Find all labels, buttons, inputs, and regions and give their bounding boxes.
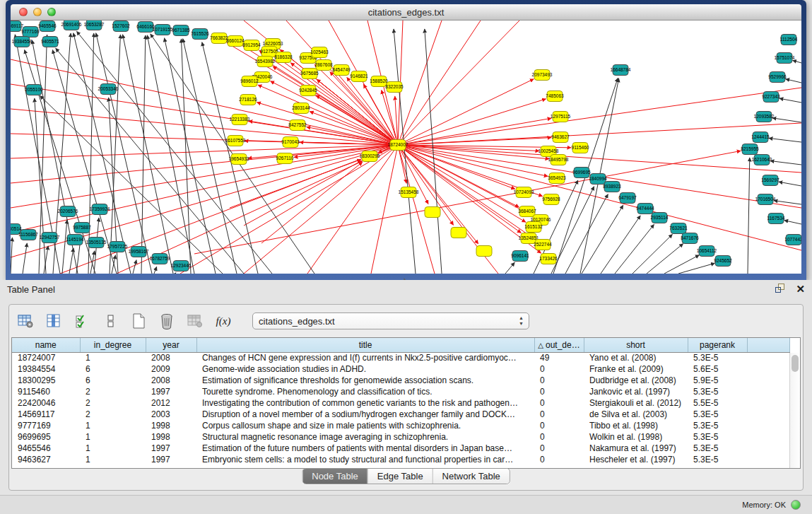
close-window-icon[interactable] bbox=[19, 8, 28, 16]
citation-edge-black[interactable] bbox=[133, 260, 136, 274]
graph-node[interactable]: 9777169 bbox=[21, 27, 40, 37]
table-row[interactable]: 1938455462009Genome-wide association stu… bbox=[12, 363, 789, 375]
close-panel-icon[interactable]: ✕ bbox=[796, 284, 805, 294]
graph-node[interactable]: 9146821 bbox=[350, 71, 368, 82]
table-cell[interactable]: 9115460 bbox=[12, 386, 80, 397]
table-cell[interactable]: Investigating the contribution of common… bbox=[196, 397, 534, 409]
select-columns-icon[interactable] bbox=[73, 312, 91, 330]
graph-node[interactable]: 19654933 bbox=[229, 154, 249, 165]
graph-node[interactable]: 2718126 bbox=[239, 95, 257, 105]
citation-edge-red[interactable] bbox=[194, 151, 741, 254]
graph-node[interactable]: 10654112 bbox=[697, 246, 717, 257]
zoom-window-icon[interactable] bbox=[47, 8, 56, 16]
table-cell[interactable]: 49 bbox=[534, 352, 584, 363]
graph-node[interactable]: 9170043 bbox=[281, 137, 300, 148]
table-cell[interactable]: Corpus callosum shape and size in male p… bbox=[196, 420, 534, 431]
citation-edge-red[interactable] bbox=[180, 145, 398, 274]
table-cell[interactable]: Franke et al. (2009) bbox=[584, 363, 688, 375]
graph-node[interactable]: 1244415 bbox=[751, 132, 770, 143]
table-row[interactable]: 2242004622012Investigating the contribut… bbox=[12, 397, 789, 409]
graph-node[interactable]: 18495798 bbox=[548, 155, 569, 165]
graph-node[interactable]: 2055100 bbox=[25, 85, 43, 95]
graph-node[interactable]: 2522744 bbox=[534, 240, 552, 250]
citation-edge-black[interactable] bbox=[770, 160, 801, 165]
table-row[interactable]: 946362711997Embryonic stem cells: a mode… bbox=[12, 454, 789, 465]
column-header-in_degree[interactable]: in_degree bbox=[80, 338, 146, 352]
graph-node[interactable]: 20973493 bbox=[532, 70, 553, 81]
table-cell[interactable]: 9465546 bbox=[12, 443, 80, 454]
citation-edge-black[interactable] bbox=[772, 118, 801, 122]
table-cell[interactable]: 1 bbox=[80, 454, 146, 465]
citation-edge-black[interactable] bbox=[154, 267, 157, 274]
citation-edge-red[interactable] bbox=[316, 95, 398, 145]
table-cell[interactable]: 1997 bbox=[146, 386, 196, 397]
table-cell[interactable]: 2008 bbox=[146, 375, 196, 386]
table-cell[interactable]: Yano et al. (2008) bbox=[584, 352, 688, 363]
table-column-icon[interactable] bbox=[45, 312, 63, 330]
graph-node[interactable]: 1615132 bbox=[524, 222, 543, 233]
graph-node[interactable]: 8471676 bbox=[681, 233, 699, 244]
graph-node[interactable]: 8186328 bbox=[274, 52, 293, 63]
graph-node[interactable]: 1733426 bbox=[539, 254, 558, 264]
graph-node[interactable]: 9115460 bbox=[572, 143, 589, 153]
table-cell[interactable]: 6 bbox=[80, 375, 146, 386]
node-table[interactable]: namein_degreeyeartitle△out_de…shortpager… bbox=[11, 337, 801, 469]
graph-node[interactable]: 9227343 bbox=[762, 92, 780, 103]
graph-node[interactable]: 16648784 bbox=[611, 65, 631, 76]
table-cell[interactable]: 2 bbox=[80, 386, 146, 397]
citation-edge-black[interactable] bbox=[165, 38, 216, 274]
citation-edge-red[interactable] bbox=[398, 21, 442, 145]
table-cell[interactable]: Dudbridge et al. (2008) bbox=[584, 375, 688, 386]
graph-node[interactable]: 16782759 bbox=[150, 254, 170, 264]
graph-node[interactable]: 7632621 bbox=[669, 223, 688, 234]
graph-node[interactable]: 16543982 bbox=[255, 57, 276, 67]
table-cell[interactable]: 0 bbox=[534, 375, 584, 386]
table-cell[interactable]: 1 bbox=[80, 443, 146, 454]
scrollbar-thumb[interactable] bbox=[792, 355, 799, 372]
citation-edge-black[interactable] bbox=[664, 255, 699, 274]
graph-node[interactable]: 9675685 bbox=[300, 69, 319, 79]
graph-node[interactable]: 9474444 bbox=[636, 204, 654, 214]
table-row[interactable]: 977716911998Corpus callosum shape and si… bbox=[12, 420, 789, 431]
table-cell[interactable]: Tourette syndrome. Phenomenology and cla… bbox=[196, 386, 534, 397]
table-settings-icon[interactable] bbox=[16, 312, 35, 330]
network-canvas[interactable]: 1456911797771699465546193845549405571206… bbox=[11, 21, 801, 274]
column-header-title[interactable]: title bbox=[196, 338, 534, 352]
table-cell[interactable]: 1998 bbox=[146, 431, 196, 443]
graph-node[interactable]: 1025463 bbox=[310, 47, 329, 58]
graph-node[interactable]: 16210643 bbox=[752, 155, 772, 165]
graph-node[interactable]: 7663822 bbox=[210, 33, 228, 44]
graph-node[interactable]: 3654923 bbox=[548, 173, 566, 184]
table-cell[interactable]: 5.3E-5 bbox=[688, 386, 747, 397]
citation-edge-red[interactable] bbox=[398, 21, 481, 145]
graph-node[interactable]: 9267110 bbox=[276, 153, 294, 164]
table-row[interactable]: 911546021997Tourette syndrome. Phenomeno… bbox=[12, 386, 789, 397]
table-cell[interactable]: 1997 bbox=[146, 454, 196, 465]
table-cell[interactable]: 5.6E-5 bbox=[688, 363, 747, 375]
tab-edge-table[interactable]: Edge Table bbox=[367, 469, 433, 484]
table-cell[interactable]: Hescheler et al. (1997) bbox=[584, 454, 688, 465]
table-cell[interactable]: 5.5E-5 bbox=[688, 397, 747, 409]
graph-node[interactable]: 10653287 bbox=[84, 21, 105, 30]
graph-node[interactable] bbox=[451, 228, 466, 238]
graph-node[interactable]: 9756928 bbox=[542, 194, 560, 205]
table-cell[interactable]: 5.9E-5 bbox=[688, 375, 747, 386]
table-cell[interactable]: 0 bbox=[534, 431, 584, 443]
graph-node[interactable]: 12093582 bbox=[754, 112, 775, 122]
citation-edge-black[interactable] bbox=[779, 98, 801, 103]
citation-edge-black[interactable] bbox=[110, 35, 120, 274]
table-row[interactable]: 1830029562008Estimation of significance … bbox=[12, 375, 789, 386]
table-cell[interactable]: 5.3E-5 bbox=[688, 431, 747, 443]
table-cell[interactable]: 0 bbox=[534, 443, 584, 454]
table-cell[interactable]: 2009 bbox=[146, 363, 196, 375]
table-cell[interactable]: 0 bbox=[534, 409, 584, 420]
table-cell[interactable]: Wolkin et al. (1998) bbox=[584, 431, 688, 443]
table-cell[interactable]: 1 bbox=[80, 420, 146, 431]
graph-node[interactable]: 20691406 bbox=[61, 21, 82, 30]
citation-edge-red[interactable] bbox=[230, 159, 361, 208]
graph-node[interactable]: 10719155 bbox=[153, 25, 173, 35]
citation-edge-black[interactable] bbox=[505, 262, 514, 274]
import-table-icon[interactable] bbox=[186, 312, 204, 330]
table-cell[interactable]: 1998 bbox=[146, 420, 196, 431]
tab-node-table[interactable]: Node Table bbox=[302, 469, 367, 484]
